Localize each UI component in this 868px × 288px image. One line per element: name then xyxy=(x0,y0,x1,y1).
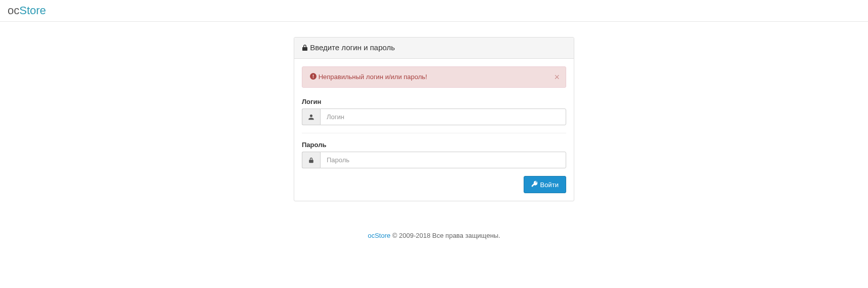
logo-prefix: oc xyxy=(8,4,19,17)
svg-rect-2 xyxy=(313,78,314,79)
header: ocStore xyxy=(0,0,868,22)
key-icon xyxy=(531,181,538,189)
login-container: Введите логин и пароль Неправильный логи… xyxy=(294,37,574,201)
error-alert: Неправильный логин и/или пароль! × xyxy=(302,66,566,88)
login-button[interactable]: Войти xyxy=(524,176,566,193)
password-section: Пароль xyxy=(302,133,566,193)
login-panel: Введите логин и пароль Неправильный логи… xyxy=(294,37,574,201)
password-input-group xyxy=(302,152,566,168)
user-icon xyxy=(302,109,320,125)
footer: ocStore © 2009-2018 Все права защищены. xyxy=(0,232,868,239)
lock-icon xyxy=(302,44,308,53)
footer-copyright: © 2009-2018 Все права защищены. xyxy=(390,232,500,239)
panel-heading: Введите логин и пароль xyxy=(294,38,574,59)
alert-message: Неправильный логин и/или пароль! xyxy=(319,73,427,81)
panel-title: Введите логин и пароль xyxy=(310,43,395,52)
username-input[interactable] xyxy=(320,109,566,125)
password-input[interactable] xyxy=(320,152,566,168)
username-group: Логин xyxy=(302,98,566,125)
submit-row: Войти xyxy=(302,176,566,193)
logo-suffix: Store xyxy=(19,4,46,17)
logo[interactable]: ocStore xyxy=(8,4,860,17)
exclamation-icon xyxy=(310,73,317,81)
login-button-label: Войти xyxy=(540,181,559,189)
svg-rect-1 xyxy=(313,75,314,77)
lock-addon-icon xyxy=(302,152,320,168)
footer-link[interactable]: ocStore xyxy=(368,232,390,239)
password-label: Пароль xyxy=(302,141,566,149)
panel-body: Неправильный логин и/или пароль! × Логин… xyxy=(294,59,574,201)
username-label: Логин xyxy=(302,98,566,105)
password-group: Пароль xyxy=(302,141,566,168)
username-input-group xyxy=(302,109,566,125)
alert-close-button[interactable]: × xyxy=(554,73,560,82)
